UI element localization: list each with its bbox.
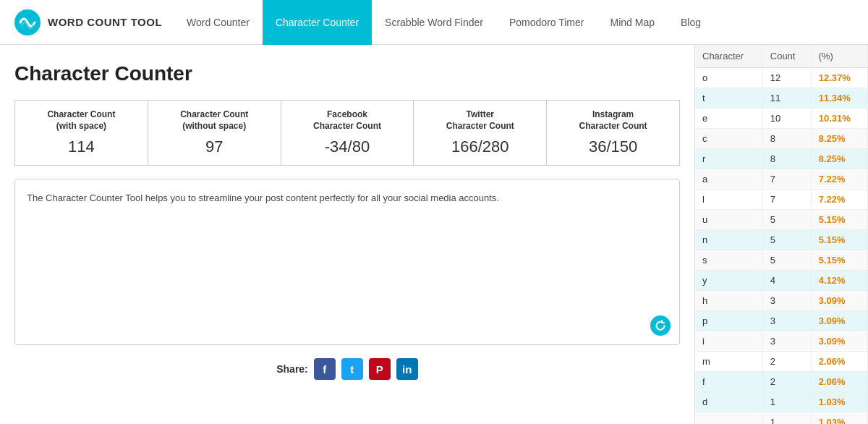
stat-twitter: TwitterCharacter Count 166/280: [414, 100, 547, 166]
freq-char: d: [695, 392, 762, 412]
nav: Word Counter Character Counter Scrabble …: [174, 0, 714, 45]
freq-table-sidebar: Character Count (%) o 12 12.37% t 11 11.…: [694, 45, 868, 424]
freq-char: n: [695, 230, 762, 250]
freq-char: m: [695, 352, 762, 372]
freq-table-row: l 7 7.22%: [695, 190, 868, 210]
logo-area: WORD COUNT TOOL: [14, 9, 174, 35]
freq-table-row: o 12 12.37%: [695, 68, 868, 88]
stat-char-with-space: Character Count(with space) 114: [14, 100, 148, 166]
share-row: Share: f t P in: [14, 358, 680, 380]
freq-char: r: [695, 149, 762, 169]
freq-pct: 3.09%: [811, 331, 867, 352]
freq-char: y: [695, 271, 762, 291]
freq-char: p: [695, 311, 762, 331]
freq-table-header: Character Count (%): [695, 45, 868, 68]
freq-count: 5: [762, 250, 811, 271]
col-char-header: Character: [695, 45, 762, 68]
stat-value-4: 36/150: [554, 137, 672, 156]
freq-char: l: [695, 190, 762, 210]
freq-count: 11: [762, 88, 811, 109]
share-linkedin-button[interactable]: in: [396, 358, 418, 380]
stat-label-2: FacebookCharacter Count: [289, 109, 407, 132]
share-facebook-button[interactable]: f: [314, 358, 336, 380]
freq-count: 3: [762, 311, 811, 331]
content-area: Character Counter Character Count(with s…: [0, 45, 694, 424]
stats-row: Character Count(with space) 114 Characte…: [14, 100, 680, 166]
stat-value-0: 114: [22, 137, 140, 156]
freq-pct: 7.22%: [811, 169, 867, 190]
freq-table-row: y 4 4.12%: [695, 271, 868, 291]
freq-count: 1: [762, 392, 811, 412]
freq-pct: 2.06%: [811, 372, 867, 392]
freq-table-row: p 3 3.09%: [695, 311, 868, 331]
freq-table-row: n 5 5.15%: [695, 230, 868, 250]
freq-pct: 10.31%: [811, 109, 867, 129]
freq-char: t: [695, 88, 762, 109]
freq-pct: 2.06%: [811, 352, 867, 372]
freq-count: 4: [762, 271, 811, 291]
nav-blog[interactable]: Blog: [668, 0, 714, 45]
freq-table-row: u 5 5.15%: [695, 210, 868, 230]
freq-table-row: . 1 1.03%: [695, 412, 868, 425]
stat-value-2: -34/80: [289, 137, 407, 156]
freq-char: .: [695, 412, 762, 425]
logo-text: WORD COUNT TOOL: [48, 16, 162, 28]
page-title: Character Counter: [14, 62, 680, 85]
nav-pomodoro[interactable]: Pomodoro Timer: [496, 0, 597, 45]
freq-table-row: m 2 2.06%: [695, 352, 868, 372]
freq-char: h: [695, 291, 762, 311]
freq-table-row: s 5 5.15%: [695, 250, 868, 271]
col-pct-header: (%): [811, 45, 867, 68]
freq-pct: 8.25%: [811, 149, 867, 169]
nav-character-counter[interactable]: Character Counter: [263, 0, 372, 45]
refresh-button[interactable]: [650, 315, 671, 336]
stat-char-without-space: Character Count(without space) 97: [148, 100, 281, 166]
freq-table-row: c 8 8.25%: [695, 129, 868, 149]
freq-count: 2: [762, 372, 811, 392]
freq-pct: 5.15%: [811, 210, 867, 230]
stat-facebook: FacebookCharacter Count -34/80: [281, 100, 414, 166]
freq-count: 8: [762, 149, 811, 169]
logo-icon: [14, 9, 41, 35]
share-label: Share:: [276, 363, 308, 375]
freq-count: 1: [762, 412, 811, 425]
nav-scrabble[interactable]: Scrabble Word Finder: [372, 0, 496, 45]
nav-word-counter[interactable]: Word Counter: [174, 0, 263, 45]
freq-pct: 3.09%: [811, 311, 867, 331]
freq-pct: 1.03%: [811, 412, 867, 425]
freq-char: i: [695, 331, 762, 352]
share-twitter-button[interactable]: t: [341, 358, 363, 380]
text-content[interactable]: The Character Counter Tool helps you to …: [27, 191, 668, 205]
freq-table-row: e 10 10.31%: [695, 109, 868, 129]
freq-count: 8: [762, 129, 811, 149]
freq-char: u: [695, 210, 762, 230]
freq-table-row: f 2 2.06%: [695, 372, 868, 392]
freq-table-row: d 1 1.03%: [695, 392, 868, 412]
nav-mindmap[interactable]: Mind Map: [597, 0, 667, 45]
freq-char: s: [695, 250, 762, 271]
stat-value-1: 97: [156, 137, 273, 156]
freq-pct: 11.34%: [811, 88, 867, 109]
freq-table-row: a 7 7.22%: [695, 169, 868, 190]
col-count-header: Count: [762, 45, 811, 68]
freq-pct: 7.22%: [811, 190, 867, 210]
freq-count: 10: [762, 109, 811, 129]
freq-count: 3: [762, 291, 811, 311]
stat-label-3: TwitterCharacter Count: [421, 109, 539, 132]
freq-table-row: t 11 11.34%: [695, 88, 868, 109]
freq-char: a: [695, 169, 762, 190]
stat-instagram: InstagramCharacter Count 36/150: [547, 100, 680, 166]
freq-pct: 8.25%: [811, 129, 867, 149]
freq-table-row: h 3 3.09%: [695, 291, 868, 311]
freq-table-row: r 8 8.25%: [695, 149, 868, 169]
freq-pct: 3.09%: [811, 291, 867, 311]
freq-pct: 12.37%: [811, 68, 867, 88]
text-editor-wrapper[interactable]: The Character Counter Tool helps you to …: [14, 179, 680, 345]
freq-pct: 5.15%: [811, 230, 867, 250]
freq-count: 7: [762, 190, 811, 210]
main-container: Character Counter Character Count(with s…: [0, 45, 868, 424]
freq-count: 5: [762, 230, 811, 250]
share-pinterest-button[interactable]: P: [369, 358, 391, 380]
freq-char: f: [695, 372, 762, 392]
stat-value-3: 166/280: [421, 137, 539, 156]
